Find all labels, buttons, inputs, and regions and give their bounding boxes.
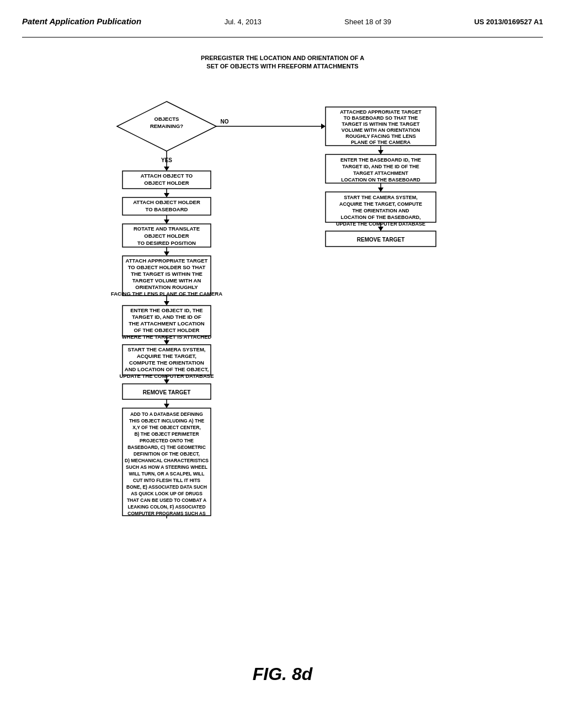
svg-text:THIS OBJECT INCLUDING A) THE: THIS OBJECT INCLUDING A) THE (129, 418, 204, 424)
diagram-title: PREREGISTER THE LOCATION AND ORIENTATION… (22, 54, 543, 71)
svg-text:WILL TURN, OR A SCALPEL WILL: WILL TURN, OR A SCALPEL WILL (129, 471, 205, 477)
svg-text:ENTER THE BASEBOARD ID, THE: ENTER THE BASEBOARD ID, THE (340, 157, 421, 163)
svg-text:OF THE OBJECT HOLDER: OF THE OBJECT HOLDER (134, 327, 200, 333)
arrowhead-1 (164, 167, 169, 171)
svg-text:ORIENTATION ROUGHLY: ORIENTATION ROUGHLY (135, 284, 198, 290)
svg-text:PLANE OF THE CAMERA: PLANE OF THE CAMERA (351, 140, 411, 145)
svg-text:THAT CAN BE USED TO COMBAT A: THAT CAN BE USED TO COMBAT A (127, 497, 206, 503)
svg-text:D) MECHANICAL CHARACTERISTICS: D) MECHANICAL CHARACTERISTICS (125, 458, 209, 463)
svg-marker-21 (164, 301, 169, 306)
figure-caption: FIG. 8d (22, 664, 543, 684)
svg-text:COMPUTER PROGRAMS SUCH AS: COMPUTER PROGRAMS SUCH AS (127, 511, 206, 516)
svg-text:REMOVE TARGET: REMOVE TARGET (143, 389, 190, 395)
svg-marker-8 (164, 220, 169, 224)
svg-text:ENTER THE OBJECT ID, THE: ENTER THE OBJECT ID, THE (130, 307, 202, 313)
svg-text:ATTACHED APPRORIATE TARGET: ATTACHED APPRORIATE TARGET (340, 109, 422, 115)
svg-text:TARGET ID, AND THE ID OF THE: TARGET ID, AND THE ID OF THE (342, 164, 419, 169)
svg-text:ROTATE AND TRANSLATE: ROTATE AND TRANSLATE (134, 226, 200, 232)
svg-text:ATTACH OBJECT HOLDER: ATTACH OBJECT HOLDER (133, 199, 200, 205)
svg-text:LOCATION ON THE BASEBOARD: LOCATION ON THE BASEBOARD (341, 177, 420, 183)
svg-marker-13 (164, 251, 169, 256)
svg-text:BONE, E) ASSOCIATED DATA SUCH: BONE, E) ASSOCIATED DATA SUCH (126, 484, 207, 490)
publication-date: Jul. 4, 2013 (225, 18, 262, 26)
svg-text:LEAKING COLON, F) ASSOCIATED: LEAKING COLON, F) ASSOCIATED (127, 504, 205, 510)
svg-marker-57 (321, 124, 326, 129)
svg-text:X,Y OF THE OBJECT CENTER,: X,Y OF THE OBJECT CENTER, (132, 425, 201, 430)
svg-text:ACQUIRE THE TARGET,: ACQUIRE THE TARGET, (137, 353, 196, 359)
svg-text:VOLUME WITH AN ORIENTATION: VOLUME WITH AN ORIENTATION (342, 127, 420, 133)
svg-marker-28 (164, 340, 169, 345)
svg-text:CUT INTO FLESH TILL IT HITS: CUT INTO FLESH TILL IT HITS (133, 478, 200, 483)
svg-text:TO OBJECT HOLDER SO THAT: TO OBJECT HOLDER SO THAT (128, 264, 206, 270)
svg-text:OBJECT HOLDER: OBJECT HOLDER (144, 233, 189, 239)
svg-text:ACQUIRE THE TARGET, COMPUTE: ACQUIRE THE TARGET, COMPUTE (339, 201, 422, 207)
svg-text:SUCH AS HOW A STEERING WHEEL: SUCH AS HOW A STEERING WHEEL (126, 464, 207, 470)
svg-text:ATTACH APPROPRIATE TARGET: ATTACH APPROPRIATE TARGET (126, 258, 208, 264)
svg-text:REMAINING?: REMAINING? (150, 123, 183, 129)
page: Patent Application Publication Jul. 4, 2… (0, 0, 565, 728)
svg-text:THE ORIENTATION AND: THE ORIENTATION AND (353, 208, 409, 213)
svg-text:TARGET ATTACHMENT: TARGET ATTACHMENT (353, 170, 408, 176)
no-label: NO (221, 119, 229, 125)
svg-marker-38 (164, 404, 169, 408)
svg-text:TO BASEBOARD: TO BASEBOARD (146, 206, 188, 212)
svg-text:B)  THE OBJECT PERIMETER: B) THE OBJECT PERIMETER (134, 431, 199, 437)
svg-marker-35 (164, 379, 169, 384)
svg-text:TARGET IS WITHIN THE TARGET: TARGET IS WITHIN THE TARGET (342, 121, 420, 127)
svg-text:ADD TO A DATABASE DEFINING: ADD TO A DATABASE DEFINING (130, 411, 203, 417)
svg-text:TO BASEBOARD SO THAT THE: TO BASEBOARD SO THAT THE (344, 115, 418, 121)
svg-text:ROUGHLY FACING THE LENS: ROUGHLY FACING THE LENS (345, 133, 416, 139)
flowchart: OBJECTS REMAINING? YES ATTACH OBJECT TO … (56, 85, 509, 653)
svg-marker-71 (378, 188, 383, 192)
publication-label: Patent Application Publication (22, 17, 141, 26)
svg-marker-4 (164, 193, 169, 197)
svg-text:THE TARGET IS WITHIN THE: THE TARGET IS WITHIN THE (131, 271, 202, 277)
svg-text:TARGET ID, AND THE ID OF: TARGET ID, AND THE ID OF (132, 314, 201, 320)
svg-text:TARGET VOLUME WITH AN: TARGET VOLUME WITH AN (132, 277, 201, 283)
sheet-number: Sheet 18 of 39 (344, 18, 391, 26)
header: Patent Application Publication Jul. 4, 2… (22, 11, 543, 38)
svg-text:BASEBOARD, C) THE GEOMETRIC: BASEBOARD, C) THE GEOMETRIC (127, 445, 206, 450)
svg-text:REMOVE TARGET: REMOVE TARGET (357, 237, 404, 243)
svg-text:START THE CAMERA SYSTEM,: START THE CAMERA SYSTEM, (128, 346, 206, 352)
svg-text:AS QUICK LOOK UP OF DRUGS: AS QUICK LOOK UP OF DRUGS (131, 491, 202, 496)
svg-text:ATTACH OBJECT TO: ATTACH OBJECT TO (141, 173, 193, 179)
decision-label: OBJECTS (154, 116, 179, 122)
svg-text:AND LOCATION OF THE OBJECT,: AND LOCATION OF THE OBJECT, (125, 366, 209, 372)
svg-text:START THE CAMERA SYSTEM,: START THE CAMERA SYSTEM, (344, 195, 418, 200)
svg-text:TO DESIRED POSITION: TO DESIRED POSITION (137, 240, 196, 246)
svg-text:COMPUTE THE ORIENTATION: COMPUTE THE ORIENTATION (129, 360, 204, 366)
svg-text:OBJECT HOLDER: OBJECT HOLDER (144, 180, 189, 186)
svg-text:DEFINITION OF THE OBJECT,: DEFINITION OF THE OBJECT, (134, 451, 200, 457)
patent-number: US 2013/0169527 A1 (474, 18, 543, 26)
svg-text:PROJECTED ONTO THE: PROJECTED ONTO THE (140, 438, 194, 443)
svg-marker-65 (378, 150, 383, 154)
svg-marker-78 (378, 227, 383, 231)
svg-text:THE ATTACHMENT LOCATION: THE ATTACHMENT LOCATION (129, 320, 205, 326)
svg-text:LOCATION OF THE BASEBOARD,: LOCATION OF THE BASEBOARD, (341, 215, 421, 220)
